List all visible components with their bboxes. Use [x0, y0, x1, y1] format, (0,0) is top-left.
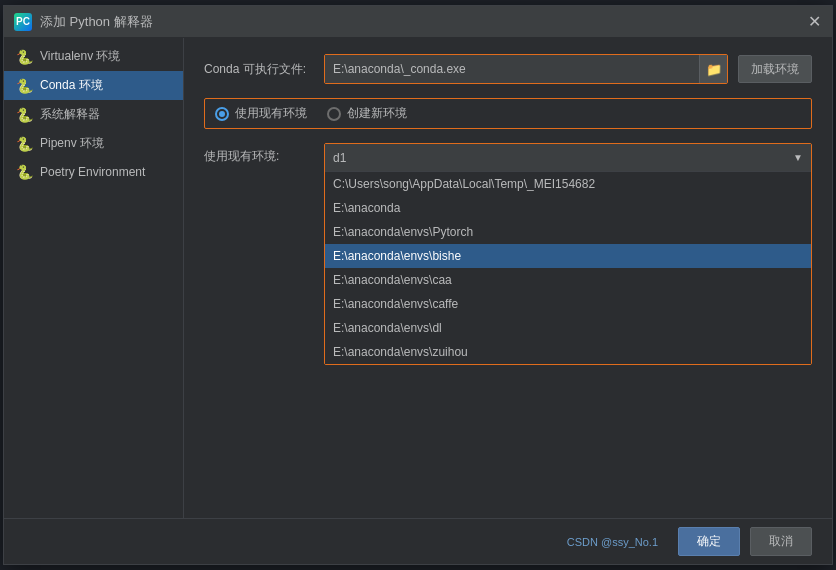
dropdown-item-3[interactable]: E:\anaconda\envs\bishe — [325, 244, 811, 268]
radio-use-existing[interactable]: 使用现有环境 — [215, 105, 307, 122]
sidebar-label-pipenv: Pipenv 环境 — [40, 135, 104, 152]
sidebar-label-virtualenv: Virtualenv 环境 — [40, 48, 120, 65]
sidebar-item-system[interactable]: 🐍 系统解释器 — [4, 100, 183, 129]
dialog-title: 添加 Python 解释器 — [40, 13, 153, 31]
sidebar-label-conda: Conda 环境 — [40, 77, 103, 94]
radio-create-new-label: 创建新环境 — [347, 105, 407, 122]
sidebar: 🐍 Virtualenv 环境 🐍 Conda 环境 🐍 系统解释器 🐍 Pip… — [4, 38, 184, 518]
radio-use-existing-circle — [215, 107, 229, 121]
dropdown-item-7[interactable]: E:\anaconda\envs\zuihou — [325, 340, 811, 364]
radio-use-existing-label: 使用现有环境 — [235, 105, 307, 122]
system-icon: 🐍 — [16, 107, 32, 123]
poetry-icon: 🐍 — [16, 164, 32, 180]
load-env-button[interactable]: 加载环境 — [738, 55, 812, 83]
folder-browse-button[interactable]: 📁 — [699, 55, 727, 83]
radio-create-new-circle — [327, 107, 341, 121]
dropdown-item-2[interactable]: E:\anaconda\envs\Pytorch — [325, 220, 811, 244]
env-row: 使用现有环境: d1 ▼ C:\Users\song\AppData\Local… — [204, 143, 812, 365]
sidebar-item-conda[interactable]: 🐍 Conda 环境 — [4, 71, 183, 100]
conda-exe-row: Conda 可执行文件: 📁 加载环境 — [204, 54, 812, 84]
radio-row: 使用现有环境 创建新环境 — [204, 98, 812, 129]
dropdown-item-4[interactable]: E:\anaconda\envs\caa — [325, 268, 811, 292]
sidebar-label-system: 系统解释器 — [40, 106, 100, 123]
use-env-label: 使用现有环境: — [204, 143, 314, 165]
close-button[interactable]: ✕ — [806, 14, 822, 30]
dialog-footer: CSDN @ssy_No.1 确定 取消 — [4, 518, 832, 564]
env-dropdown-container: d1 ▼ C:\Users\song\AppData\Local\Temp\_M… — [324, 143, 812, 365]
footer-note: CSDN @ssy_No.1 — [24, 536, 658, 548]
sidebar-label-poetry: Poetry Environment — [40, 165, 145, 179]
conda-exe-input[interactable] — [325, 55, 699, 83]
title-bar: PC 添加 Python 解释器 ✕ — [4, 6, 832, 38]
dropdown-item-1[interactable]: E:\anaconda — [325, 196, 811, 220]
conda-exe-label: Conda 可执行文件: — [204, 61, 314, 78]
sidebar-item-virtualenv[interactable]: 🐍 Virtualenv 环境 — [4, 42, 183, 71]
dropdown-selected-value: d1 — [333, 151, 793, 165]
radio-create-new[interactable]: 创建新环境 — [327, 105, 407, 122]
dropdown-item-0[interactable]: C:\Users\song\AppData\Local\Temp\_MEI154… — [325, 172, 811, 196]
env-dropdown-header[interactable]: d1 ▼ — [325, 144, 811, 172]
main-panel: Conda 可执行文件: 📁 加载环境 使用现有环境 创建新环境 — [184, 38, 832, 518]
dialog-content: 🐍 Virtualenv 环境 🐍 Conda 环境 🐍 系统解释器 🐍 Pip… — [4, 38, 832, 518]
sidebar-item-poetry[interactable]: 🐍 Poetry Environment — [4, 158, 183, 186]
dropdown-item-6[interactable]: E:\anaconda\envs\dl — [325, 316, 811, 340]
app-icon: PC — [14, 13, 32, 31]
cancel-button[interactable]: 取消 — [750, 527, 812, 556]
virtualenv-icon: 🐍 — [16, 49, 32, 65]
add-interpreter-dialog: PC 添加 Python 解释器 ✕ 🐍 Virtualenv 环境 🐍 Con… — [3, 5, 833, 565]
confirm-button[interactable]: 确定 — [678, 527, 740, 556]
pipenv-icon: 🐍 — [16, 136, 32, 152]
chevron-down-icon: ▼ — [793, 152, 803, 163]
env-dropdown-list: C:\Users\song\AppData\Local\Temp\_MEI154… — [325, 172, 811, 364]
conda-icon: 🐍 — [16, 78, 32, 94]
conda-exe-input-group: 📁 — [324, 54, 728, 84]
dropdown-item-5[interactable]: E:\anaconda\envs\caffe — [325, 292, 811, 316]
sidebar-item-pipenv[interactable]: 🐍 Pipenv 环境 — [4, 129, 183, 158]
